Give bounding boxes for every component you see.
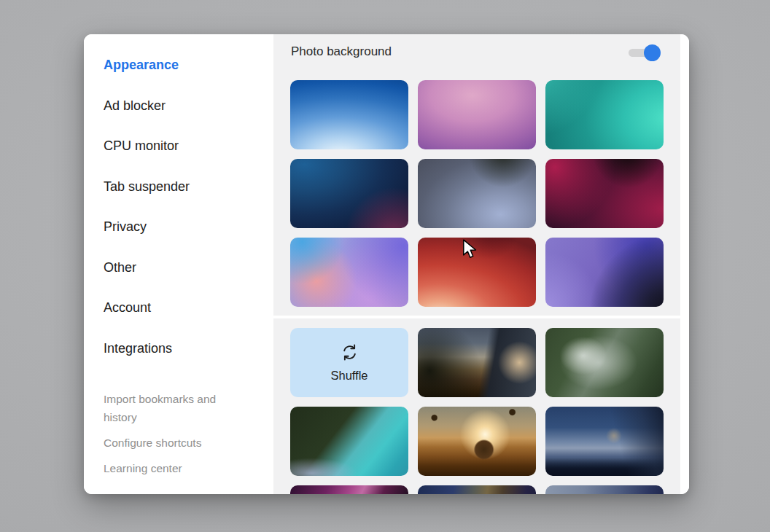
photo-background-label: Photo background <box>291 44 392 59</box>
sidebar-secondary-section: Import bookmarks and history Configure s… <box>104 390 260 477</box>
settings-dialog: Appearance Ad blocker CPU monitor Tab su… <box>84 34 689 494</box>
photo-wallpaper-grid: Shuffle <box>290 328 664 494</box>
appearance-content: Photo background <box>273 34 689 494</box>
gradient-tile-pink-purple[interactable] <box>418 80 536 149</box>
gradient-wallpaper-grid <box>290 80 664 307</box>
gradient-tile-blue-glow[interactable] <box>290 80 408 149</box>
photo-tile-waterfall[interactable] <box>545 328 664 397</box>
sidebar-item-configure-shortcuts[interactable]: Configure shortcuts <box>104 434 226 452</box>
photo-wallpaper-section: Shuffle <box>273 318 680 494</box>
sidebar: Appearance Ad blocker CPU monitor Tab su… <box>84 34 273 494</box>
refresh-circular-arrows-icon <box>340 343 359 364</box>
toggle-knob-icon <box>644 44 661 61</box>
photo-background-toggle[interactable] <box>629 49 655 57</box>
sidebar-item-tab-suspender[interactable]: Tab suspender <box>104 167 260 208</box>
gradient-tile-violet-night[interactable] <box>545 238 664 307</box>
sidebar-item-ad-blocker[interactable]: Ad blocker <box>104 86 260 127</box>
photo-tile-aerial-coast[interactable] <box>290 407 408 476</box>
photo-tile-night-abstract[interactable] <box>418 485 536 494</box>
gradient-tile-dark-navy[interactable] <box>290 159 408 228</box>
photo-tile-mountain-lake[interactable] <box>545 407 664 476</box>
photo-tile-forest-valley[interactable] <box>418 328 536 397</box>
sidebar-item-privacy[interactable]: Privacy <box>104 207 260 248</box>
sidebar-item-cpu-monitor[interactable]: CPU monitor <box>104 126 260 167</box>
photo-tile-blue-ridge[interactable] <box>545 485 664 494</box>
gradient-tile-dark-maroon[interactable] <box>545 159 664 228</box>
photo-tile-purple-swirl[interactable] <box>290 485 408 494</box>
shuffle-button-label: Shuffle <box>330 369 368 383</box>
sidebar-item-import-bookmarks[interactable]: Import bookmarks and history <box>104 390 226 426</box>
gradient-tile-teal-waves[interactable] <box>545 80 664 149</box>
gradient-tile-pastel-mix[interactable] <box>290 238 408 307</box>
gradient-tile-red-ember[interactable] <box>418 238 536 307</box>
photo-tile-balloons[interactable] <box>418 407 536 476</box>
sidebar-item-appearance[interactable]: Appearance <box>104 45 260 86</box>
gradient-tile-slate-gray[interactable] <box>418 159 536 228</box>
photo-background-section: Photo background <box>273 34 680 316</box>
sidebar-item-learning-center[interactable]: Learning center <box>104 459 226 477</box>
sidebar-item-integrations[interactable]: Integrations <box>104 329 260 369</box>
sidebar-item-other[interactable]: Other <box>104 248 260 289</box>
sidebar-item-account[interactable]: Account <box>104 288 260 329</box>
shuffle-button[interactable]: Shuffle <box>290 328 408 397</box>
